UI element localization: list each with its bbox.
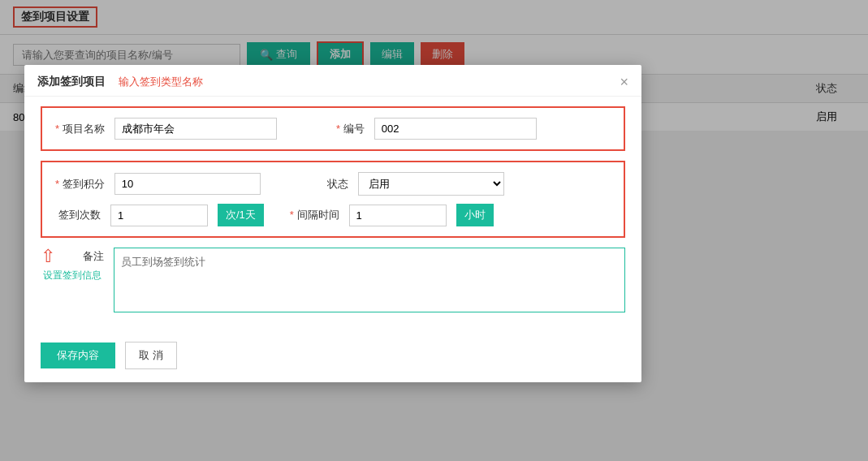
note-section: ⇧ 备注 设置签到信息 员工到场签到统计 xyxy=(41,248,625,312)
form-row-times-interval: 签到次数 次/1天 间隔时间 小时 xyxy=(55,204,611,226)
modal-footer: 保存内容 取 消 xyxy=(24,332,641,382)
status-select[interactable]: 启用 禁用 xyxy=(358,172,504,196)
modal-overlay: 添加签到项目 输入签到类型名称 × 项目名称 编号 xyxy=(0,0,868,461)
form-section-1: 项目名称 编号 xyxy=(41,106,625,151)
interval-input[interactable] xyxy=(349,205,447,226)
times-unit: 次/1天 xyxy=(218,204,264,226)
form-section-2: 签到积分 状态 启用 禁用 签到次数 次/1天 间隔时间 xyxy=(41,161,625,238)
note-textarea[interactable]: 员工到场签到统计 xyxy=(114,248,625,312)
code-label: 编号 xyxy=(319,122,365,136)
score-input[interactable] xyxy=(114,173,261,195)
arrow-up-icon: ⇧ xyxy=(41,248,55,265)
interval-label: 间隔时间 xyxy=(290,208,339,222)
score-label: 签到积分 xyxy=(55,177,105,192)
interval-unit: 小时 xyxy=(456,204,494,226)
project-name-input[interactable] xyxy=(114,118,277,140)
note-label-area: ⇧ 备注 设置签到信息 xyxy=(41,248,104,282)
modal-body: 项目名称 编号 签到积分 状态 启用 禁用 xyxy=(24,97,641,332)
save-button[interactable]: 保存内容 xyxy=(41,343,115,368)
modal-header: 添加签到项目 输入签到类型名称 × xyxy=(24,65,641,97)
modal-box: 添加签到项目 输入签到类型名称 × 项目名称 编号 xyxy=(24,65,641,382)
modal-hint: 输入签到类型名称 xyxy=(119,75,203,89)
note-label: 备注 xyxy=(58,249,104,264)
modal-title: 添加签到项目 xyxy=(37,75,106,89)
code-input[interactable] xyxy=(374,118,537,140)
times-input[interactable] xyxy=(110,205,208,226)
project-name-label: 项目名称 xyxy=(55,122,105,136)
cancel-button[interactable]: 取 消 xyxy=(125,342,177,369)
note-sub-label: 设置签到信息 xyxy=(43,269,101,282)
bg-page: 签到项目设置 🔍 查询 添加 编辑 删除 编组 备注 状态 80492703 启… xyxy=(0,0,868,461)
form-row-name-code: 项目名称 编号 xyxy=(55,118,611,140)
form-row-score-status: 签到积分 状态 启用 禁用 xyxy=(55,172,611,196)
modal-close-button[interactable]: × xyxy=(620,75,628,89)
status-label: 状态 xyxy=(303,177,348,192)
times-label: 签到次数 xyxy=(55,208,101,222)
